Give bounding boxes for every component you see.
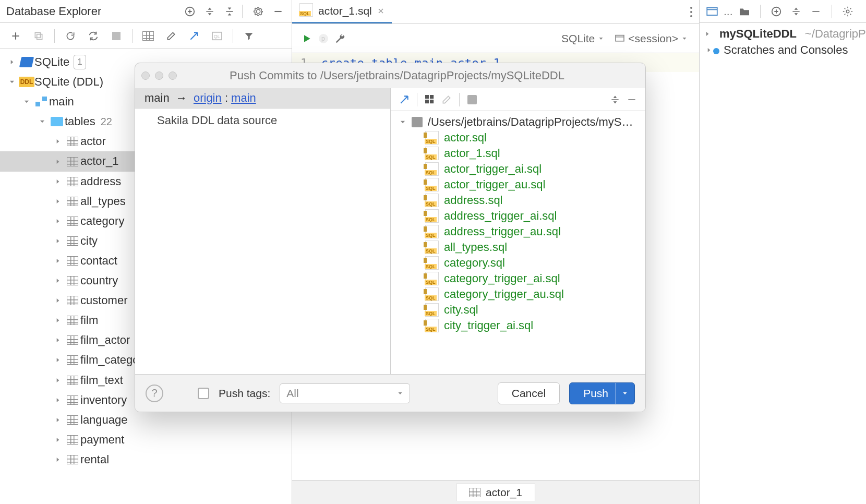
console-icon[interactable]: QL — [209, 28, 225, 44]
expand-all-icon[interactable] — [201, 3, 218, 20]
chevron-right-icon[interactable] — [51, 456, 65, 463]
changed-file[interactable]: actor.sql — [394, 130, 642, 146]
chevron-right-icon[interactable] — [51, 436, 65, 443]
edit-icon[interactable] — [438, 91, 455, 108]
project-root[interactable]: mySQLiteDDL ~/DatagripProjects — [702, 26, 864, 42]
add-datasource-icon[interactable] — [182, 3, 198, 20]
branch-mapping[interactable]: main → origin : main — [135, 88, 390, 109]
collapse-icon[interactable] — [808, 3, 824, 20]
group-icon[interactable] — [422, 91, 438, 108]
tree-node-table[interactable]: payment — [0, 430, 292, 450]
chevron-right-icon[interactable] — [51, 257, 65, 265]
diff-icon[interactable] — [464, 91, 480, 108]
bottom-status-tab[interactable]: actor_1 — [292, 480, 699, 504]
changed-file[interactable]: address.sql — [394, 193, 642, 208]
changed-files-tree[interactable]: /Users/jetbrains/DatagripProjects/mySQLi… — [391, 111, 645, 337]
chevron-right-icon[interactable] — [704, 30, 711, 38]
sql-file-icon — [425, 303, 439, 317]
refresh-icon[interactable] — [62, 28, 79, 44]
session-selector[interactable]: <session> — [609, 32, 693, 45]
collapse-all-icon[interactable] — [623, 91, 640, 108]
ddl-icon: DDL — [19, 77, 34, 88]
changed-file[interactable]: city.sql — [394, 302, 642, 318]
changed-file[interactable]: address_trigger_ai.sql — [394, 208, 642, 224]
minimize-window-icon[interactable] — [155, 71, 163, 80]
jump-to-source-icon[interactable] — [396, 91, 413, 108]
zoom-window-icon[interactable] — [169, 71, 177, 80]
changed-file[interactable]: actor_trigger_ai.sql — [394, 161, 642, 177]
editor-tab-actor-1[interactable]: actor_1.sql — [292, 0, 392, 23]
chevron-right-icon[interactable] — [51, 178, 65, 185]
open-folder-icon[interactable] — [736, 3, 753, 20]
project-tree[interactable]: mySQLiteDDL ~/DatagripProjects Scratches… — [700, 23, 866, 62]
chevron-right-icon[interactable] — [51, 158, 65, 165]
tree-node-table[interactable]: rental — [0, 450, 292, 470]
datasource-selector[interactable]: SQLite — [556, 32, 609, 45]
edit-icon[interactable] — [163, 28, 179, 44]
commit-message[interactable]: Sakila DDL data source — [135, 109, 390, 133]
collapse-all-icon[interactable] — [221, 3, 238, 20]
jump-to-source-icon[interactable] — [186, 28, 202, 44]
chevron-right-icon[interactable] — [51, 237, 65, 245]
close-window-icon[interactable] — [141, 71, 150, 80]
chevron-down-icon[interactable] — [20, 98, 33, 105]
push-tags-select[interactable]: All — [280, 383, 410, 403]
remote-link[interactable]: origin — [194, 91, 222, 104]
chevron-right-icon[interactable] — [51, 317, 65, 324]
cancel-button[interactable]: Cancel — [498, 382, 560, 404]
settings-icon[interactable] — [250, 3, 267, 20]
add-circle-icon[interactable] — [768, 3, 785, 20]
changed-file[interactable]: all_types.sql — [394, 239, 642, 255]
expand-all-icon[interactable] — [607, 91, 623, 108]
window-controls[interactable] — [141, 71, 177, 80]
chevron-down-icon[interactable] — [399, 118, 406, 126]
view-mode-icon[interactable] — [704, 3, 720, 20]
help-icon[interactable]: ? — [146, 385, 163, 402]
scratches-node[interactable]: Scratches and Consoles — [702, 42, 864, 58]
changed-file[interactable]: actor_1.sql — [394, 146, 642, 161]
chevron-down-icon[interactable] — [622, 390, 628, 397]
chevron-right-icon[interactable] — [704, 46, 714, 54]
chevron-right-icon[interactable] — [51, 356, 65, 364]
hide-panel-icon[interactable] — [270, 3, 286, 20]
data-view-icon[interactable] — [140, 28, 157, 44]
stop-icon[interactable] — [108, 28, 125, 44]
chevron-right-icon[interactable] — [51, 416, 65, 424]
chevron-right-icon[interactable] — [51, 198, 65, 205]
changed-file[interactable]: city_trigger_ai.sql — [394, 318, 642, 333]
remote-branch-link[interactable]: main — [231, 91, 256, 104]
changed-file[interactable]: category.sql — [394, 255, 642, 271]
settings-icon[interactable] — [839, 3, 856, 20]
changed-file[interactable]: category_trigger_ai.sql — [394, 271, 642, 286]
push-tags-checkbox[interactable] — [198, 388, 209, 399]
run-icon[interactable] — [298, 30, 315, 47]
chevron-right-icon[interactable] — [51, 297, 65, 304]
close-tab-icon[interactable] — [377, 5, 384, 17]
tab-overflow-icon[interactable] — [683, 0, 699, 23]
tree-node-table[interactable]: language — [0, 410, 292, 430]
chevron-down-icon[interactable] — [5, 78, 19, 86]
expand-icon[interactable] — [788, 3, 804, 20]
wrench-icon[interactable] — [332, 30, 348, 47]
duplicate-icon[interactable] — [30, 28, 47, 44]
chevron-right-icon[interactable] — [51, 397, 65, 404]
dialog-titlebar[interactable]: Push Commits to /Users/jetbrains/Datagri… — [135, 63, 645, 88]
new-icon[interactable] — [7, 28, 24, 44]
changed-file[interactable]: address_trigger_au.sql — [394, 224, 642, 239]
chevron-right-icon[interactable] — [51, 218, 65, 225]
chevron-right-icon[interactable] — [51, 337, 65, 344]
chevron-right-icon[interactable] — [51, 138, 65, 145]
chevron-down-icon[interactable] — [35, 118, 49, 125]
push-button[interactable]: Push — [569, 382, 635, 404]
file-tree-root[interactable]: /Users/jetbrains/DatagripProjects/mySQLi… — [394, 114, 642, 130]
tx-icon[interactable]: p — [315, 30, 332, 47]
table-icon — [469, 488, 480, 497]
changed-file[interactable]: actor_trigger_au.sql — [394, 177, 642, 193]
project-name: mySQLiteDDL — [719, 27, 797, 41]
chevron-right-icon[interactable] — [5, 58, 19, 66]
chevron-right-icon[interactable] — [51, 277, 65, 284]
sync-icon[interactable] — [85, 28, 102, 44]
chevron-right-icon[interactable] — [51, 377, 65, 384]
changed-file[interactable]: category_trigger_au.sql — [394, 286, 642, 302]
filter-icon[interactable] — [240, 28, 257, 44]
